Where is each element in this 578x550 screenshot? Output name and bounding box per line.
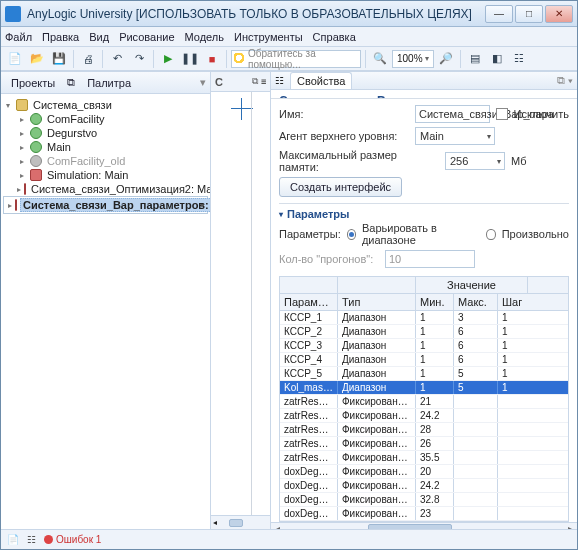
runs-input[interactable]: 10 <box>385 250 475 268</box>
menu-model[interactable]: Модель <box>185 31 224 43</box>
pause-button[interactable]: ❚❚ <box>180 49 200 69</box>
cell-min: 24.2 <box>416 409 454 422</box>
project-tree[interactable]: ▾ Система_связи ▸ComFacility▸Degurstvo▸M… <box>1 94 210 529</box>
editor-canvas[interactable] <box>211 92 270 515</box>
build-ui-button[interactable]: Создать интерфейс <box>279 177 402 197</box>
radio-free-label: Произвольно <box>502 228 569 240</box>
cell-t: Фиксированный <box>338 507 416 520</box>
tree-item[interactable]: ▸ComFacility_old <box>3 154 208 168</box>
cell-t: Фиксированный <box>338 465 416 478</box>
cell-p: КССР_2 <box>280 325 338 338</box>
cell-max <box>454 465 498 478</box>
zoom-level[interactable]: 100% ▾ <box>392 50 434 68</box>
tree-item-label: Degurstvo <box>45 127 99 139</box>
cell-step <box>498 423 528 436</box>
table-row[interactable]: zatrResCC1Фиксированный21 <box>280 395 568 409</box>
menu-view[interactable]: Вид <box>89 31 109 43</box>
stop-button[interactable]: ■ <box>202 49 222 69</box>
col-step[interactable]: Шаг <box>498 294 528 310</box>
class-icon <box>30 141 42 153</box>
table-row[interactable]: doxDegCC2Фиксированный24.2 <box>280 479 568 493</box>
table-row[interactable]: doxDegCC4Фиксированный23 <box>280 507 568 521</box>
tree-item[interactable]: ▸Degurstvo <box>3 126 208 140</box>
col-max[interactable]: Макс. <box>454 294 498 310</box>
tree-root[interactable]: ▾ Система_связи <box>3 98 208 112</box>
table-row[interactable]: zatrResCC4Фиксированный26 <box>280 437 568 451</box>
table-row[interactable]: doxDegCC1Фиксированный20 <box>280 465 568 479</box>
cell-min: 1 <box>416 353 454 366</box>
status-bar: 📄 ☷ Ошибок 1 <box>1 529 577 549</box>
exclude-checkbox[interactable] <box>496 108 508 120</box>
cell-t: Фиксированный <box>338 409 416 422</box>
mem-select[interactable]: 256 <box>445 152 505 170</box>
tab-palette[interactable]: Палитра <box>81 75 137 91</box>
minimize-button[interactable]: — <box>485 5 513 23</box>
close-button[interactable]: ✕ <box>545 5 573 23</box>
open-button[interactable]: 📂 <box>27 49 47 69</box>
experiment-icon <box>30 169 42 181</box>
table-row[interactable]: КССР_2Диапазон161 <box>280 325 568 339</box>
panel-menu-icon[interactable]: ⧉ ▾ <box>557 74 573 87</box>
mem-label: Максимальный размер памяти: <box>279 149 439 173</box>
tab-projects[interactable]: Проекты <box>5 75 61 91</box>
options-button[interactable]: ☷ <box>509 49 529 69</box>
properties-hscroll[interactable]: ◂▸ <box>271 522 577 529</box>
redo-button[interactable]: ↷ <box>129 49 149 69</box>
window-title: AnyLogic University [ИСПОЛЬЗОВАТЬ ТОЛЬКО… <box>27 7 485 21</box>
table-row[interactable]: КССР_3Диапазон161 <box>280 339 568 353</box>
col-min[interactable]: Мин. <box>416 294 454 310</box>
editor-tab[interactable]: C <box>215 76 223 88</box>
new-button[interactable]: 📄 <box>5 49 25 69</box>
experiment-icon <box>15 199 17 211</box>
align-button[interactable]: ▤ <box>465 49 485 69</box>
menu-tools[interactable]: Инструменты <box>234 31 303 43</box>
table-row[interactable]: КССР_1Диапазон131 <box>280 311 568 325</box>
section-parameters[interactable]: Параметры <box>287 208 349 220</box>
col-type[interactable]: Тип <box>338 294 416 310</box>
cell-p: doxDegCC1 <box>280 465 338 478</box>
top-agent-select[interactable]: Main <box>415 127 495 145</box>
status-icon: 📄 <box>7 534 19 545</box>
menu-file[interactable]: Файл <box>5 31 32 43</box>
cell-min: 23 <box>416 507 454 520</box>
name-input[interactable]: Система_связи_Вар_пара <box>415 105 490 123</box>
editor-hscroll[interactable]: ◂ <box>211 515 270 529</box>
maximize-button[interactable]: □ <box>515 5 543 23</box>
cell-min: 1 <box>416 325 454 338</box>
zoom-out-button[interactable]: 🔍 <box>370 49 390 69</box>
tree-item[interactable]: ▸Simulation: Main <box>3 168 208 182</box>
run-button[interactable]: ▶ <box>158 49 178 69</box>
table-row[interactable]: zatrResCC3Фиксированный28 <box>280 423 568 437</box>
radio-free[interactable] <box>486 229 495 240</box>
menu-draw[interactable]: Рисование <box>119 31 174 43</box>
help-search-input[interactable]: Обратитесь за помощью... <box>231 50 361 68</box>
cell-t: Диапазон <box>338 325 416 338</box>
cell-p: doxDegCC3 <box>280 493 338 506</box>
table-row[interactable]: doxDegCC3Фиксированный32.8 <box>280 493 568 507</box>
col-parameter[interactable]: Параметр <box>280 294 338 310</box>
menu-help[interactable]: Справка <box>313 31 356 43</box>
table-row[interactable]: zatrResCC2Фиксированный24.2 <box>280 409 568 423</box>
tab-properties[interactable]: Свойства <box>290 72 352 89</box>
tree-item[interactable]: ▸Система_связи_Оптимизация2: Main <box>3 182 208 196</box>
tree-item[interactable]: ▸Main <box>3 140 208 154</box>
radio-range[interactable] <box>347 229 356 240</box>
tree-item-label: Main <box>45 141 73 153</box>
tree-item[interactable]: ▸Система_связи_Вар_параметров: Main <box>3 196 208 214</box>
cell-min: 21 <box>416 395 454 408</box>
zoom-in-button[interactable]: 🔎 <box>436 49 456 69</box>
panel-close-icon[interactable]: ▾ <box>200 76 206 89</box>
errors-indicator[interactable]: Ошибок 1 <box>44 534 101 545</box>
table-row[interactable]: zatrResCC5Фиксированный35.5 <box>280 451 568 465</box>
table-row[interactable]: КССР_4Диапазон161 <box>280 353 568 367</box>
menu-edit[interactable]: Правка <box>42 31 79 43</box>
color-button[interactable]: ◧ <box>487 49 507 69</box>
print-button[interactable]: 🖨 <box>78 49 98 69</box>
save-button[interactable]: 💾 <box>49 49 69 69</box>
table-row[interactable]: КССР_5Диапазон151 <box>280 367 568 381</box>
toolbar: 📄 📂 💾 🖨 ↶ ↷ ▶ ❚❚ ■ Обратитесь за помощью… <box>1 47 577 71</box>
tree-item[interactable]: ▸ComFacility <box>3 112 208 126</box>
undo-button[interactable]: ↶ <box>107 49 127 69</box>
table-row[interactable]: Kol_masterДиапазон151 <box>280 381 568 395</box>
parameters-table[interactable]: Значение Параметр Тип Мин. Макс. Шаг КСС… <box>279 276 569 522</box>
